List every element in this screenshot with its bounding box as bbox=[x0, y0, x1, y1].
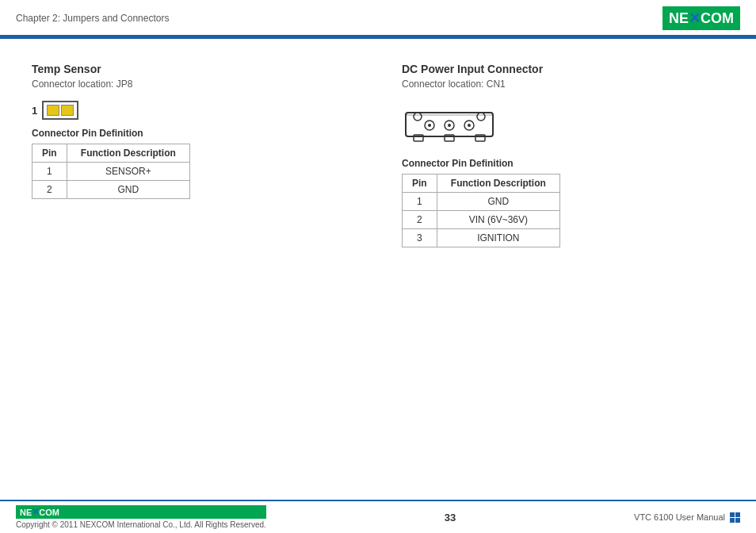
page-header: Chapter 2: Jumpers and Connectors NE✕COM bbox=[0, 0, 756, 35]
temp-sensor-location: Connector location: JP8 bbox=[32, 79, 354, 90]
temp-sensor-title: Temp Sensor bbox=[32, 63, 354, 75]
grid-icon bbox=[730, 512, 740, 523]
svg-point-11 bbox=[468, 124, 471, 127]
temp-table-title: Connector Pin Definition bbox=[32, 128, 354, 139]
page-footer: NE✕COM Copyright © 2011 NEXCOM Internati… bbox=[0, 500, 756, 533]
temp-connector-image bbox=[42, 101, 78, 120]
dc-connector-location: Connector location: CN1 bbox=[402, 79, 724, 90]
temp-sensor-section: Temp Sensor Connector location: JP8 1 Co… bbox=[32, 63, 378, 247]
dc-row1-pin: 1 bbox=[403, 193, 437, 211]
temp-col-pin: Pin bbox=[32, 144, 67, 163]
table-row: 3 IGNITION bbox=[403, 229, 560, 247]
temp-row2-pin: 2 bbox=[32, 181, 67, 199]
svg-point-5 bbox=[477, 113, 485, 121]
main-content: Temp Sensor Connector location: JP8 1 Co… bbox=[0, 39, 756, 263]
dc-row1-func: GND bbox=[437, 193, 559, 211]
table-row: 2 GND bbox=[32, 181, 190, 199]
temp-pin-1 bbox=[47, 105, 59, 116]
dc-row2-func: VIN (6V~36V) bbox=[437, 211, 559, 229]
table-row: 1 GND bbox=[403, 193, 560, 211]
footer-right: VTC 6100 User Manual bbox=[634, 512, 740, 523]
footer-nexcom-logo: NE✕COM bbox=[16, 505, 266, 519]
dc-table-title: Connector Pin Definition bbox=[402, 158, 724, 169]
dc-col-function: Function Description bbox=[437, 174, 559, 193]
svg-point-4 bbox=[414, 113, 422, 121]
svg-point-9 bbox=[448, 124, 451, 127]
svg-point-7 bbox=[428, 124, 431, 127]
temp-col-function: Function Description bbox=[67, 144, 189, 163]
dc-row3-func: IGNITION bbox=[437, 229, 559, 247]
dc-col-pin: Pin bbox=[403, 174, 437, 193]
dc-power-section: DC Power Input Connector Connector locat… bbox=[378, 63, 724, 247]
table-row: 2 VIN (6V~36V) bbox=[403, 211, 560, 229]
dc-power-title: DC Power Input Connector bbox=[402, 63, 724, 75]
dc-pin-table: Pin Function Description 1 GND 2 VIN (6V… bbox=[402, 174, 560, 247]
nexcom-logo: NE✕COM bbox=[662, 6, 740, 30]
dc-connector-image bbox=[402, 101, 724, 147]
temp-pin-2 bbox=[61, 105, 74, 116]
table-row: 1 SENSOR+ bbox=[32, 163, 190, 181]
dc-connector-svg bbox=[402, 101, 497, 144]
dc-row3-pin: 3 bbox=[403, 229, 437, 247]
footer-copyright: Copyright © 2011 NEXCOM International Co… bbox=[16, 520, 266, 529]
chapter-title: Chapter 2: Jumpers and Connectors bbox=[16, 13, 169, 24]
temp-row1-pin: 1 bbox=[32, 163, 67, 181]
footer-manual-title: VTC 6100 User Manual bbox=[634, 512, 725, 522]
temp-row1-func: SENSOR+ bbox=[67, 163, 189, 181]
dc-row2-pin: 2 bbox=[403, 211, 437, 229]
footer-page-number: 33 bbox=[445, 512, 456, 523]
temp-pin-label: 1 bbox=[32, 101, 354, 120]
temp-pin-table: Pin Function Description 1 SENSOR+ 2 GND bbox=[32, 144, 190, 199]
footer-left: NE✕COM Copyright © 2011 NEXCOM Internati… bbox=[16, 505, 266, 529]
temp-row2-func: GND bbox=[67, 181, 189, 199]
